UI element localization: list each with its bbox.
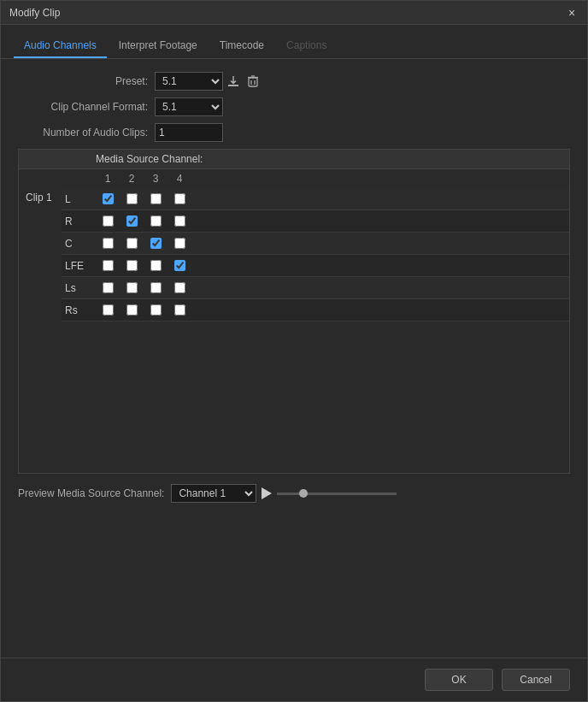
checkbox-Rs-4[interactable] — [168, 304, 191, 316]
column-numbers-row: 1 2 3 4 — [19, 169, 569, 188]
channel-name-L: L — [62, 193, 96, 205]
checkbox-C-4[interactable] — [168, 238, 191, 249]
clip-1-channels: L R — [62, 188, 569, 322]
delete-preset-button[interactable] — [244, 74, 262, 89]
checkbox-R-4[interactable] — [168, 215, 191, 227]
preview-channel-select[interactable]: Channel 1 Channel 2 Channel 3 Channel 4 — [171, 484, 256, 503]
cancel-button[interactable]: Cancel — [502, 669, 570, 691]
col-num-1: 1 — [96, 173, 120, 185]
table-header: Media Source Channel: — [19, 150, 569, 169]
tab-audio-channels[interactable]: Audio Channels — [14, 34, 107, 58]
checkbox-LFE-3[interactable] — [144, 260, 168, 271]
col-num-2: 2 — [120, 173, 144, 185]
dialog-title: Modify Clip — [9, 7, 60, 19]
checkbox-LFE-1[interactable] — [96, 260, 120, 271]
channel-name-R: R — [62, 215, 96, 227]
checkbox-Rs-2[interactable] — [120, 304, 144, 316]
col-num-4: 4 — [168, 173, 191, 185]
ok-button[interactable]: OK — [425, 669, 493, 691]
preset-row: Preset: 5.1 Stereo Mono — [18, 72, 570, 91]
channel-name-C: C — [62, 238, 96, 250]
title-bar: Modify Clip × — [1, 1, 587, 25]
checkbox-R-3[interactable] — [144, 215, 168, 227]
num-audio-clips-input[interactable] — [155, 123, 223, 142]
checkbox-L-3[interactable] — [144, 193, 168, 204]
checkbox-Rs-1[interactable] — [96, 304, 120, 316]
channel-name-LFE: LFE — [62, 260, 96, 272]
media-source-label: Media Source Channel: — [26, 153, 203, 165]
main-content: Preset: 5.1 Stereo Mono — [1, 59, 587, 658]
checkbox-L-1[interactable] — [96, 193, 120, 204]
channel-data-rows: Clip 1 L R — [19, 188, 569, 473]
channel-name-Rs: Rs — [62, 304, 96, 316]
svg-rect-2 — [249, 78, 257, 86]
preset-select[interactable]: 5.1 Stereo Mono — [155, 72, 223, 91]
checkbox-Ls-3[interactable] — [144, 282, 168, 293]
checkbox-L-2[interactable] — [120, 193, 144, 204]
col-num-3: 3 — [144, 173, 168, 185]
modify-clip-dialog: Modify Clip × Audio Channels Interpret F… — [0, 0, 588, 702]
checkbox-L-4[interactable] — [168, 193, 191, 204]
dialog-footer: OK Cancel — [1, 658, 587, 701]
table-row: L — [62, 188, 569, 210]
preview-row: Preview Media Source Channel: Channel 1 … — [18, 484, 570, 503]
clip-channel-format-select[interactable]: 5.1 Stereo Mono — [155, 97, 223, 116]
checkbox-C-3[interactable] — [144, 238, 168, 249]
preset-label: Preset: — [18, 75, 155, 87]
num-audio-clips-label: Number of Audio Clips: — [18, 127, 155, 139]
checkbox-LFE-2[interactable] — [120, 260, 144, 271]
checkbox-Ls-4[interactable] — [168, 282, 191, 293]
table-row: C — [62, 233, 569, 255]
tab-timecode[interactable]: Timecode — [209, 34, 274, 58]
play-button[interactable] — [262, 487, 272, 499]
num-audio-clips-row: Number of Audio Clips: — [18, 123, 570, 142]
tab-interpret-footage[interactable]: Interpret Footage — [109, 34, 208, 58]
table-row: Ls — [62, 277, 569, 299]
channel-name-Ls: Ls — [62, 282, 96, 294]
preview-label: Preview Media Source Channel: — [18, 487, 164, 499]
volume-slider[interactable] — [277, 493, 397, 495]
svg-rect-0 — [228, 85, 238, 86]
checkbox-Ls-1[interactable] — [96, 282, 120, 293]
tab-captions: Captions — [276, 34, 337, 58]
checkbox-Ls-2[interactable] — [120, 282, 144, 293]
table-row: Rs — [62, 299, 569, 322]
table-row: LFE — [62, 255, 569, 277]
save-preset-button[interactable] — [223, 74, 244, 89]
checkbox-R-2[interactable] — [120, 215, 144, 227]
clip-1-label: Clip 1 — [19, 188, 62, 322]
checkbox-C-1[interactable] — [96, 238, 120, 249]
clip-channel-format-label: Clip Channel Format: — [18, 101, 155, 113]
tab-bar: Audio Channels Interpret Footage Timecod… — [1, 25, 587, 59]
clip-1-section: Clip 1 L R — [19, 188, 569, 322]
checkbox-C-2[interactable] — [120, 238, 144, 249]
svg-marker-7 — [262, 487, 272, 499]
channel-table: Media Source Channel: 1 2 3 4 Clip 1 — [18, 149, 570, 474]
checkbox-LFE-4[interactable] — [168, 260, 191, 271]
clip-channel-format-row: Clip Channel Format: 5.1 Stereo Mono — [18, 97, 570, 116]
close-button[interactable]: × — [565, 6, 579, 20]
checkbox-Rs-3[interactable] — [144, 304, 168, 316]
checkbox-R-1[interactable] — [96, 215, 120, 227]
table-row: R — [62, 210, 569, 233]
